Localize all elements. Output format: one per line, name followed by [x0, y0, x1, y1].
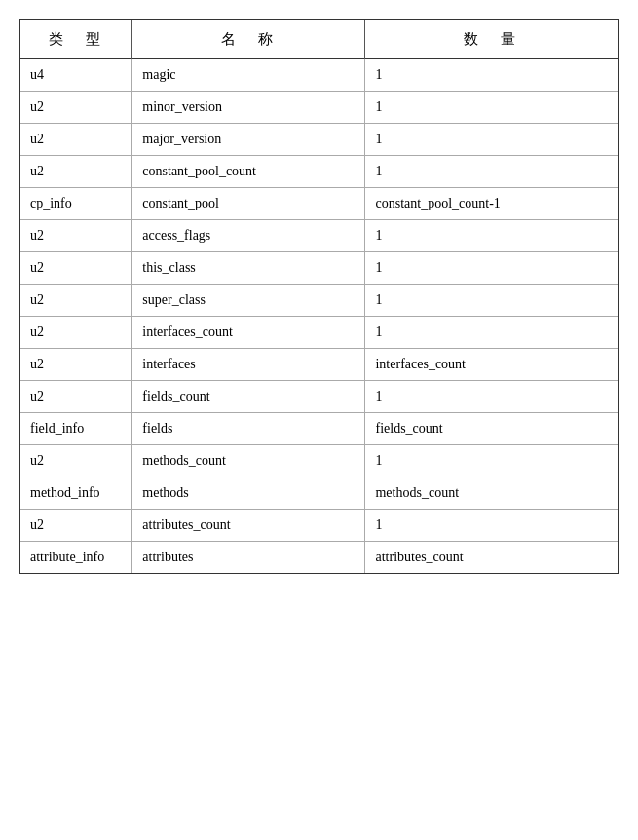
table-row: u2fields_count1 — [20, 381, 618, 413]
cell-name: methods_count — [132, 445, 365, 477]
cell-type: cp_info — [20, 188, 132, 220]
cell-type: u2 — [20, 156, 132, 188]
cell-type: u4 — [20, 59, 132, 92]
table-row: field_infofieldsfields_count — [20, 413, 618, 445]
cell-name: attributes_count — [132, 510, 365, 542]
cell-type: u2 — [20, 220, 132, 252]
cell-count: attributes_count — [365, 542, 618, 574]
cell-type: u2 — [20, 92, 132, 124]
cell-type: field_info — [20, 413, 132, 445]
table-row: u2constant_pool_count1 — [20, 156, 618, 188]
cell-type: u2 — [20, 317, 132, 349]
cell-type: u2 — [20, 445, 132, 477]
cell-count: 1 — [365, 285, 618, 317]
cell-type: attribute_info — [20, 542, 132, 574]
cell-name: methods — [132, 477, 365, 510]
cell-count: 1 — [365, 92, 618, 124]
cell-name: this_class — [132, 252, 365, 285]
table-row: u2interfaces_count1 — [20, 317, 618, 349]
cell-count: 1 — [365, 317, 618, 349]
cell-type: u2 — [20, 381, 132, 413]
table-row: u2this_class1 — [20, 252, 618, 285]
cell-name: interfaces — [132, 349, 365, 381]
cell-count: 1 — [365, 252, 618, 285]
cell-name: minor_version — [132, 92, 365, 124]
cell-count: 1 — [365, 445, 618, 477]
cell-count: 1 — [365, 156, 618, 188]
cell-name: interfaces_count — [132, 317, 365, 349]
table-row: u2super_class1 — [20, 285, 618, 317]
cell-name: super_class — [132, 285, 365, 317]
cell-name: major_version — [132, 124, 365, 156]
cell-type: u2 — [20, 124, 132, 156]
cell-name: attributes — [132, 542, 365, 574]
cell-type: u2 — [20, 285, 132, 317]
cell-count: constant_pool_count-1 — [365, 188, 618, 220]
cell-name: magic — [132, 59, 365, 92]
table-row: u4magic1 — [20, 59, 618, 92]
cell-name: fields_count — [132, 381, 365, 413]
cell-name: constant_pool — [132, 188, 365, 220]
table-header-row: 类 型 名 称 数 量 — [20, 20, 618, 59]
cell-count: 1 — [365, 510, 618, 542]
main-table-container: 类 型 名 称 数 量 u4magic1u2minor_version1u2ma… — [19, 19, 619, 574]
cell-count: 1 — [365, 220, 618, 252]
cell-count: 1 — [365, 381, 618, 413]
table-row: cp_infoconstant_poolconstant_pool_count-… — [20, 188, 618, 220]
table-row: attribute_infoattributesattributes_count — [20, 542, 618, 574]
header-type: 类 型 — [20, 20, 132, 59]
cell-count: methods_count — [365, 477, 618, 510]
cell-type: u2 — [20, 349, 132, 381]
cell-name: fields — [132, 413, 365, 445]
cell-count: 1 — [365, 124, 618, 156]
header-count: 数 量 — [365, 20, 618, 59]
table-row: u2access_flags1 — [20, 220, 618, 252]
header-name: 名 称 — [132, 20, 365, 59]
table-row: u2interfacesinterfaces_count — [20, 349, 618, 381]
cell-type: method_info — [20, 477, 132, 510]
cell-count: interfaces_count — [365, 349, 618, 381]
table-row: u2minor_version1 — [20, 92, 618, 124]
table-row: u2methods_count1 — [20, 445, 618, 477]
class-structure-table: 类 型 名 称 数 量 u4magic1u2minor_version1u2ma… — [20, 20, 618, 573]
cell-name: access_flags — [132, 220, 365, 252]
table-row: u2major_version1 — [20, 124, 618, 156]
cell-type: u2 — [20, 510, 132, 542]
cell-count: fields_count — [365, 413, 618, 445]
table-row: method_infomethodsmethods_count — [20, 477, 618, 510]
cell-type: u2 — [20, 252, 132, 285]
cell-name: constant_pool_count — [132, 156, 365, 188]
table-row: u2attributes_count1 — [20, 510, 618, 542]
cell-count: 1 — [365, 59, 618, 92]
